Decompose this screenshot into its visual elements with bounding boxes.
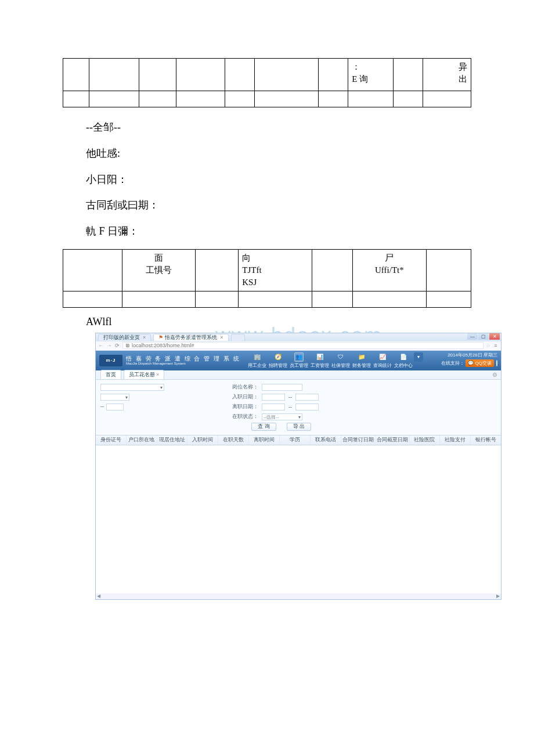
table-1: ： E 询 异 出 bbox=[63, 58, 471, 107]
onjob-value: --选择-- bbox=[264, 415, 279, 420]
out-date-from[interactable] bbox=[262, 404, 285, 411]
col-bank: 银行帐号 bbox=[471, 435, 501, 445]
export-button[interactable]: 导 出 bbox=[287, 423, 312, 431]
to-separator: -- bbox=[100, 404, 104, 411]
logo-icon: m·J bbox=[99, 355, 122, 366]
main-menu: 🏢用工企业 🧭招聘管理 👥员工管理 📊工资管理 🛡社保管理 📁财务管理 📈查询统… bbox=[247, 352, 423, 369]
scroll-track[interactable] bbox=[102, 593, 495, 599]
menu-label: 招聘管理 bbox=[269, 362, 287, 369]
label-onjob: 在职状态： bbox=[223, 413, 258, 420]
para-2: 他吐感: bbox=[86, 145, 471, 162]
para-4: 古同刮或曰期： bbox=[86, 197, 471, 214]
app-screenshot: 打印版的新业页 × ⚑ 悟嘉劳务派遣管理系统 × — ▢ ✕ ← → ⟳ bbox=[95, 333, 501, 600]
col-id: 身份证号 bbox=[96, 435, 127, 445]
subtab-roster[interactable]: 员工花名册 × bbox=[124, 370, 164, 379]
nav-back-icon[interactable]: ← bbox=[98, 343, 104, 348]
finance-icon: 📁 bbox=[357, 352, 366, 362]
col-in: 入职时间 bbox=[187, 435, 218, 445]
browser-urlbar: ← → ⟳ 🗎 localhost:2083/home.html# ☆ ≡ bbox=[96, 341, 501, 351]
page-icon: 🗎 bbox=[125, 343, 131, 348]
close-icon[interactable]: × bbox=[220, 334, 223, 340]
window-min-button[interactable]: — bbox=[467, 333, 478, 340]
table-row: ： E 询 异 出 bbox=[63, 59, 471, 91]
recruit-icon: 🧭 bbox=[273, 352, 283, 362]
label-post: 岗位名称： bbox=[223, 383, 258, 391]
post-name-field[interactable] bbox=[262, 384, 302, 391]
filter-dropdown-3[interactable] bbox=[106, 404, 124, 411]
out-date-to[interactable] bbox=[295, 404, 319, 411]
date-text: 2014年05月28日 星期三 bbox=[448, 352, 497, 358]
menu-item-dropdown[interactable]: ▾ bbox=[414, 352, 423, 369]
scroll-left-icon[interactable]: ◀ bbox=[96, 593, 102, 599]
cell-c6: 尸 Uffi/Tt* bbox=[353, 249, 427, 291]
app-banner: m·J 悟 嘉 劳 务 派 遣 综 合 管 理 系 统 MaoJia Dispa… bbox=[96, 351, 501, 370]
chevron-down-icon: ▾ bbox=[160, 385, 163, 390]
docs-icon: 📄 bbox=[399, 352, 408, 362]
subtab-label: 首页 bbox=[106, 371, 116, 379]
nav-forward-icon[interactable]: → bbox=[106, 343, 112, 348]
window-close-button[interactable]: ✕ bbox=[489, 333, 500, 340]
col-addr: 现居住地址 bbox=[157, 435, 188, 445]
para-awlfl: AWlfl bbox=[86, 314, 471, 330]
menu-label: 工资管理 bbox=[311, 362, 329, 369]
logo-cn: 悟 嘉 劳 务 派 遣 综 合 管 理 系 统 bbox=[126, 356, 240, 362]
query-icon: 📈 bbox=[378, 352, 387, 362]
menu-item-recruit[interactable]: 🧭招聘管理 bbox=[268, 352, 288, 369]
url-text: localhost:2083/home.html# bbox=[132, 343, 194, 348]
banner-right: 2014年05月28日 星期三 在线支持： 💬 QQ交谈 bbox=[441, 352, 497, 367]
onjob-select[interactable]: --选择-- ▾ bbox=[262, 413, 302, 420]
subtab-home[interactable]: 首页 bbox=[100, 370, 121, 379]
close-icon[interactable]: × bbox=[156, 372, 159, 377]
in-date-to[interactable] bbox=[295, 394, 319, 401]
scroll-right-icon[interactable]: ▶ bbox=[495, 593, 501, 599]
filter-dropdown-2[interactable]: ▾ bbox=[100, 394, 129, 401]
menu-item-finance[interactable]: 📁财务管理 bbox=[352, 352, 371, 369]
table-2: 面 工惧号 向 TJTft KSJ 尸 Uffi/Tt* bbox=[63, 249, 471, 308]
window-max-button[interactable]: ▢ bbox=[478, 333, 489, 340]
menu-icon[interactable]: ≡ bbox=[493, 343, 499, 348]
menu-item-docs[interactable]: 📄文档中心 bbox=[394, 352, 413, 369]
social-icon: 🛡 bbox=[336, 352, 345, 362]
cell-c2: 面 工惧号 bbox=[122, 249, 196, 291]
menu-item-company[interactable]: 🏢用工企业 bbox=[247, 352, 267, 369]
cell-query: ： E 询 bbox=[348, 59, 393, 91]
menu-item-employee[interactable]: 👥员工管理 bbox=[289, 352, 309, 369]
menu-label: 员工管理 bbox=[290, 362, 308, 369]
para-5: 軌 F 日彌： bbox=[86, 223, 471, 240]
menu-label: 财务管理 bbox=[352, 362, 371, 369]
browser-tab-active[interactable]: ⚑ 悟嘉劳务派遣管理系统 × bbox=[153, 334, 228, 341]
company-icon: 🏢 bbox=[252, 352, 262, 362]
qq-button[interactable]: 💬 QQ交谈 bbox=[466, 359, 494, 367]
online-support-label: 在线支持： bbox=[441, 361, 464, 366]
query-button[interactable]: 查 询 bbox=[251, 423, 276, 431]
to-separator: -- bbox=[288, 404, 292, 410]
col-out: 离职时间 bbox=[249, 435, 280, 445]
browser-tab-inactive[interactable]: 打印版的新业页 × bbox=[98, 334, 151, 341]
filter-dropdown-1[interactable]: ▾ bbox=[100, 384, 164, 391]
chevron-down-icon: ▾ bbox=[414, 352, 423, 362]
gear-icon[interactable]: ⚙ bbox=[492, 372, 497, 378]
power-icon[interactable] bbox=[496, 360, 497, 366]
browser-tab-new[interactable] bbox=[231, 334, 245, 341]
menu-item-social[interactable]: 🛡社保管理 bbox=[331, 352, 351, 369]
close-icon[interactable]: × bbox=[143, 334, 146, 340]
logo-en: MaoJia Dispatch Management System bbox=[126, 362, 240, 365]
menu-item-query[interactable]: 📈查询统计 bbox=[373, 352, 392, 369]
label-in-date: 入职日期： bbox=[223, 393, 258, 401]
col-ins-pay: 社险支付 bbox=[440, 435, 471, 445]
col-days: 在职天数 bbox=[218, 435, 249, 445]
label-out-date: 离职日期： bbox=[223, 403, 258, 411]
col-hukou: 户口所在地 bbox=[127, 435, 157, 445]
url-field[interactable]: 🗎 localhost:2083/home.html# bbox=[122, 342, 484, 349]
favicon-icon: ⚑ bbox=[158, 334, 163, 340]
subtab-label: 员工花名册 bbox=[129, 371, 155, 379]
in-date-from[interactable] bbox=[262, 394, 285, 401]
cell-c4: 向 TJTft KSJ bbox=[239, 249, 312, 291]
horizontal-scrollbar[interactable]: ◀ ▶ bbox=[96, 593, 501, 599]
menu-label: 社保管理 bbox=[331, 362, 350, 369]
table-row: 面 工惧号 向 TJTft KSJ 尸 Uffi/Tt* bbox=[63, 249, 471, 291]
nav-reload-icon[interactable]: ⟳ bbox=[114, 343, 120, 348]
menu-item-salary[interactable]: 📊工资管理 bbox=[310, 352, 330, 369]
logo-text: 悟 嘉 劳 务 派 遣 综 合 管 理 系 统 MaoJia Dispatch … bbox=[126, 356, 240, 365]
star-icon[interactable]: ☆ bbox=[486, 343, 490, 348]
